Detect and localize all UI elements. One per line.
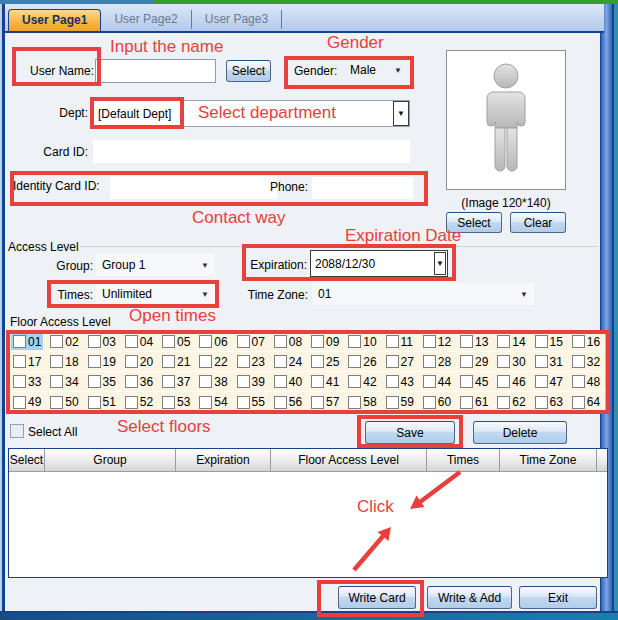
floor-checkbox-cell-22[interactable]: 22 [195,352,232,371]
select-all-checkbox[interactable] [10,424,24,438]
floor-checkbox-cell-42[interactable]: 42 [344,372,381,391]
column-header-times[interactable]: Times [427,449,500,471]
floor-checkbox-cell-17[interactable]: 17 [9,352,46,371]
floor-checkbox-24[interactable] [274,355,287,368]
save-button[interactable]: Save [365,421,455,444]
write-add-button[interactable]: Write & Add [427,586,512,609]
floor-checkbox-cell-52[interactable]: 52 [121,392,158,412]
floor-checkbox-55[interactable] [237,396,250,409]
floor-checkbox-cell-13[interactable]: 13 [456,332,493,351]
floor-checkbox-cell-55[interactable]: 55 [233,392,270,412]
floor-checkbox-49[interactable] [13,396,26,409]
floor-checkbox-27[interactable] [386,355,399,368]
access-table[interactable]: SelectGroupExpirationFloor Access LevelT… [8,448,608,578]
floor-checkbox-cell-47[interactable]: 47 [531,372,568,391]
floor-checkbox-43[interactable] [386,375,399,388]
floor-checkbox-08[interactable] [274,335,287,348]
column-header-time-zone[interactable]: Time Zone [500,449,597,471]
floor-checkbox-cell-44[interactable]: 44 [419,372,456,391]
floor-checkbox-cell-41[interactable]: 41 [307,372,344,391]
floor-checkbox-20[interactable] [125,355,138,368]
floor-checkbox-18[interactable] [50,355,63,368]
floor-checkbox-cell-53[interactable]: 53 [158,392,195,412]
card-id-input[interactable] [93,140,410,163]
floor-checkbox-02[interactable] [50,335,63,348]
floor-checkbox-cell-60[interactable]: 60 [419,392,456,412]
floor-checkbox-cell-33[interactable]: 33 [9,372,46,391]
floor-checkbox-14[interactable] [497,335,510,348]
identity-card-id-input[interactable] [110,176,277,199]
floor-checkbox-cell-50[interactable]: 50 [46,392,83,412]
tab-user-page2[interactable]: User Page2 [101,10,191,29]
floor-checkbox-cell-43[interactable]: 43 [382,372,419,391]
floor-checkbox-cell-30[interactable]: 30 [493,352,530,371]
floor-checkbox-31[interactable] [535,355,548,368]
floor-checkbox-cell-40[interactable]: 40 [270,372,307,391]
floor-checkbox-52[interactable] [125,396,138,409]
floor-checkbox-37[interactable] [162,375,175,388]
floor-checkbox-cell-20[interactable]: 20 [121,352,158,371]
floor-checkbox-11[interactable] [386,335,399,348]
floor-checkbox-41[interactable] [311,375,324,388]
floor-checkbox-cell-10[interactable]: 10 [344,332,381,351]
floor-checkbox-cell-58[interactable]: 58 [344,392,381,412]
floor-checkbox-cell-01[interactable]: 01 [9,332,46,351]
tab-user-page1[interactable]: User Page1 [8,9,101,31]
floor-checkbox-cell-24[interactable]: 24 [270,352,307,371]
floor-checkbox-42[interactable] [348,375,361,388]
floor-checkbox-cell-06[interactable]: 06 [195,332,232,351]
tab-user-page3[interactable]: User Page3 [192,10,282,29]
floor-checkbox-35[interactable] [88,375,101,388]
time-zone-combobox[interactable]: 01 ▼ [312,283,534,305]
floor-checkbox-cell-48[interactable]: 48 [568,372,605,391]
floor-checkbox-cell-12[interactable]: 12 [419,332,456,351]
floor-checkbox-29[interactable] [460,355,473,368]
floor-checkbox-cell-57[interactable]: 57 [307,392,344,412]
floor-checkbox-cell-09[interactable]: 09 [307,332,344,351]
floor-checkbox-38[interactable] [199,375,212,388]
floor-checkbox-cell-03[interactable]: 03 [84,332,121,351]
floor-checkbox-63[interactable] [535,396,548,409]
gender-combobox[interactable]: Male ▼ [344,59,408,81]
floor-checkbox-48[interactable] [572,375,585,388]
floor-checkbox-60[interactable] [423,396,436,409]
floor-checkbox-cell-21[interactable]: 21 [158,352,195,371]
floor-checkbox-cell-29[interactable]: 29 [456,352,493,371]
floor-checkbox-05[interactable] [162,335,175,348]
write-card-button[interactable]: Write Card [338,586,416,609]
floor-checkbox-28[interactable] [423,355,436,368]
floor-checkbox-36[interactable] [125,375,138,388]
floor-checkbox-cell-19[interactable]: 19 [84,352,121,371]
floor-checkbox-61[interactable] [460,396,473,409]
floor-checkbox-59[interactable] [386,396,399,409]
floor-checkbox-cell-18[interactable]: 18 [46,352,83,371]
floor-checkbox-cell-16[interactable]: 16 [568,332,605,351]
floor-checkbox-64[interactable] [572,396,585,409]
floor-checkbox-cell-62[interactable]: 62 [493,392,530,412]
floor-checkbox-cell-31[interactable]: 31 [531,352,568,371]
floor-checkbox-26[interactable] [348,355,361,368]
floor-checkbox-62[interactable] [497,396,510,409]
floor-checkbox-45[interactable] [460,375,473,388]
floor-checkbox-07[interactable] [237,335,250,348]
floor-checkbox-33[interactable] [13,375,26,388]
group-combobox[interactable]: Group 1 ▼ [96,254,215,276]
floor-checkbox-cell-64[interactable]: 64 [568,392,605,412]
floor-checkbox-58[interactable] [348,396,361,409]
floor-checkbox-cell-34[interactable]: 34 [46,372,83,391]
floor-checkbox-54[interactable] [199,396,212,409]
floor-checkbox-cell-39[interactable]: 39 [233,372,270,391]
floor-checkbox-12[interactable] [423,335,436,348]
floor-checkbox-cell-32[interactable]: 32 [568,352,605,371]
floor-checkbox-51[interactable] [88,396,101,409]
floor-checkbox-22[interactable] [199,355,212,368]
floor-checkbox-cell-36[interactable]: 36 [121,372,158,391]
floor-checkbox-04[interactable] [125,335,138,348]
floor-checkbox-cell-56[interactable]: 56 [270,392,307,412]
column-header-select[interactable]: Select [9,449,45,471]
floor-checkbox-47[interactable] [535,375,548,388]
floor-checkbox-cell-23[interactable]: 23 [233,352,270,371]
user-select-button[interactable]: Select [226,60,271,82]
floor-checkbox-16[interactable] [572,335,585,348]
floor-checkbox-46[interactable] [497,375,510,388]
